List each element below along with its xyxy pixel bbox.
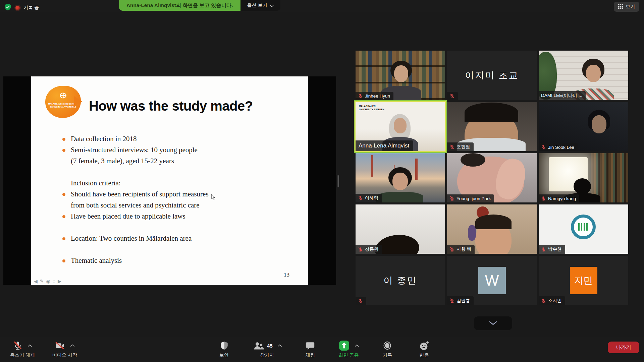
mic-muted-icon xyxy=(358,298,363,304)
participant-tile-2[interactable]: 이지미 조교 xyxy=(447,51,537,100)
participant-tile-5[interactable]: 조현철 xyxy=(447,102,537,151)
participant-name-text: 이혜령 xyxy=(365,195,379,201)
participant-tile-11[interactable]: 지향 백 xyxy=(447,204,537,254)
view-button[interactable]: 보기 xyxy=(614,2,639,12)
record-icon xyxy=(382,341,392,351)
viewing-banner: Anna-Lena Almqvist의 화면을 보고 있습니다. 옵션 보기 xyxy=(119,0,280,11)
toolbar-record-button[interactable]: 기록 xyxy=(379,340,396,358)
video-muted-icon xyxy=(54,341,65,351)
toolbar-reactions-button[interactable]: 반응 xyxy=(416,340,433,358)
viewing-banner-text: Anna-Lena Almqvist의 화면을 보고 있습니다. xyxy=(119,0,240,11)
mic-muted-icon xyxy=(449,144,454,149)
slide-text: Inclusion criteria: xyxy=(71,178,121,189)
participant-name-label: 김원룡 xyxy=(447,296,474,305)
slide-nav-icons: ◀✎◉◌▶ xyxy=(34,279,64,284)
mic-muted-icon xyxy=(449,93,454,99)
toolbar-chat-label: 채팅 xyxy=(306,352,315,358)
mic-muted-icon xyxy=(541,247,546,252)
mic-muted-icon xyxy=(358,247,363,252)
chevron-down-icon xyxy=(489,320,497,326)
participant-name-text: 지향 백 xyxy=(457,246,471,252)
participant-grid: Jinhee Hyun이지미 조교DAMI LEE(이다미 ...MÄLARDA… xyxy=(356,51,628,305)
slide-title: How was the study made? xyxy=(89,99,253,114)
share-screen-icon xyxy=(338,340,350,351)
participant-tile-7[interactable]: 이혜령 xyxy=(356,153,445,202)
toolbar-security-button[interactable]: 보안 xyxy=(215,340,233,358)
reactions-icon xyxy=(419,341,429,351)
toolbar-share-screen-button[interactable]: 화면 공유 xyxy=(338,340,359,358)
avatar: 지민 xyxy=(570,267,597,294)
slide-bullet-line: Have been placed due to applicable laws xyxy=(61,211,269,222)
participant-name-label: 이혜령 xyxy=(356,194,382,202)
presentation-slide: MÄLARDALENS HÖGSKOLA ESKILSTUNA VÄSTERÅS… xyxy=(31,76,308,285)
participant-name-text: Jinhee Hyun xyxy=(365,94,390,99)
toolbar-reactions-label: 반응 xyxy=(420,352,429,358)
next-arrow-icon: ▶ xyxy=(58,279,64,284)
participant-tile-12[interactable]: 1987박수현 xyxy=(539,204,628,254)
participant-name-text: Namgyu kang xyxy=(548,196,576,201)
pen-icon: ✎ xyxy=(40,279,46,284)
slide-bullet-line: Inclusion criteria: xyxy=(61,178,269,189)
participants-count: 45 xyxy=(267,343,273,349)
toolbar-start-video-button[interactable]: 비디오 시작 xyxy=(52,340,77,358)
participant-tile-4[interactable]: MÄLARDALEN UNIVERSITY SWEDENAnna-Lena Al… xyxy=(356,102,445,151)
slide-bullet-line: Data collection in 2018 xyxy=(61,133,269,144)
university-emblem-icon xyxy=(59,92,67,101)
participant-tile-14[interactable]: W김원룡 xyxy=(447,256,537,305)
participant-tile-9[interactable]: Namgyu kang xyxy=(539,153,628,202)
participant-tile-3[interactable]: DAMI LEE(이다미 ... xyxy=(539,51,628,100)
mic-muted-icon xyxy=(13,341,23,351)
participant-name-label: Anna-Lena Almqvist xyxy=(356,140,413,151)
gallery-collapse-button[interactable] xyxy=(474,316,512,330)
participant-tile-8[interactable]: Young_joon Park xyxy=(447,153,537,202)
participant-name-label: 지향 백 xyxy=(447,245,475,254)
participant-tile-10[interactable]: 장동원 xyxy=(356,204,445,254)
mic-muted-icon xyxy=(358,195,363,201)
slide-page-number: 13 xyxy=(284,272,289,278)
slide-bullets: Data collection in 2018Semi-structured i… xyxy=(61,133,269,266)
view-options-button[interactable]: 옵션 보기 xyxy=(240,0,281,11)
toolbar-chat-button[interactable]: 채팅 xyxy=(302,340,319,358)
participant-name-text: 장동원 xyxy=(365,246,379,252)
chevron-up-icon[interactable] xyxy=(28,344,32,347)
participant-tile-6[interactable]: Jin Sook Lee xyxy=(539,102,628,151)
participant-name-center: 이지미 조교 xyxy=(447,51,537,100)
participant-tile-13[interactable]: 이 종민 xyxy=(356,256,445,305)
slide-text: Thematic analysis xyxy=(71,255,122,266)
participant-name-label: 조현철 xyxy=(447,142,474,151)
participant-name-text: Young_joon Park xyxy=(457,196,491,201)
mic-muted-icon xyxy=(358,93,363,99)
leave-button[interactable]: 나가기 xyxy=(608,342,639,353)
slide-spacer xyxy=(61,167,269,178)
participant-tile-15[interactable]: 지민조지민 xyxy=(539,256,628,305)
participant-name-label: Jinhee Hyun xyxy=(356,92,393,100)
more-icon: ◌ xyxy=(53,279,58,284)
university-logo: MÄLARDALENS HÖGSKOLA ESKILSTUNA VÄSTERÅS xyxy=(45,86,81,118)
participant-tile-1[interactable]: Jinhee Hyun xyxy=(356,51,445,100)
chevron-up-icon[interactable] xyxy=(277,344,282,347)
participant-name-label xyxy=(447,92,458,100)
mic-muted-icon xyxy=(541,298,546,303)
shared-screen-area: MÄLARDALENS HÖGSKOLA ESKILSTUNA VÄSTERÅS… xyxy=(3,76,336,285)
slide-bullet-line: Location: Two counties in Mälardalen are… xyxy=(61,233,269,244)
toolbar-unmute-button[interactable]: 음소거 해제 xyxy=(10,340,35,358)
logo-caption: 1987 xyxy=(539,237,628,239)
participant-name-label xyxy=(356,297,366,305)
avatar: W xyxy=(478,267,506,294)
chevron-down-icon xyxy=(270,3,274,8)
top-bar: 기록 중 Anna-Lena Almqvist의 화면을 보고 있습니다. 옵션… xyxy=(0,0,644,12)
tile-university-logo-text: MÄLARDALEN UNIVERSITY SWEDEN xyxy=(359,105,385,111)
mic-muted-icon xyxy=(541,144,546,150)
chevron-up-icon[interactable] xyxy=(70,344,75,347)
slide-text: Should have been recipients of support m… xyxy=(71,189,209,211)
participant-name-text: 김원룡 xyxy=(457,298,470,304)
participant-name-text: 박수현 xyxy=(548,246,562,252)
panel-resize-handle[interactable] xyxy=(337,175,340,187)
mic-muted-icon xyxy=(449,196,454,201)
toolbar-participants-button[interactable]: 45참가자 xyxy=(252,340,282,358)
toolbar-record-label: 기록 xyxy=(383,352,392,358)
chevron-up-icon[interactable] xyxy=(355,344,359,347)
toolbar-unmute-label: 음소거 해제 xyxy=(10,352,35,358)
slide-text: Location: Two counties in Mälardalen are… xyxy=(71,233,192,244)
university-logo-text: MÄLARDALENS HÖGSKOLA ESKILSTUNA VÄSTERÅS xyxy=(45,103,81,109)
